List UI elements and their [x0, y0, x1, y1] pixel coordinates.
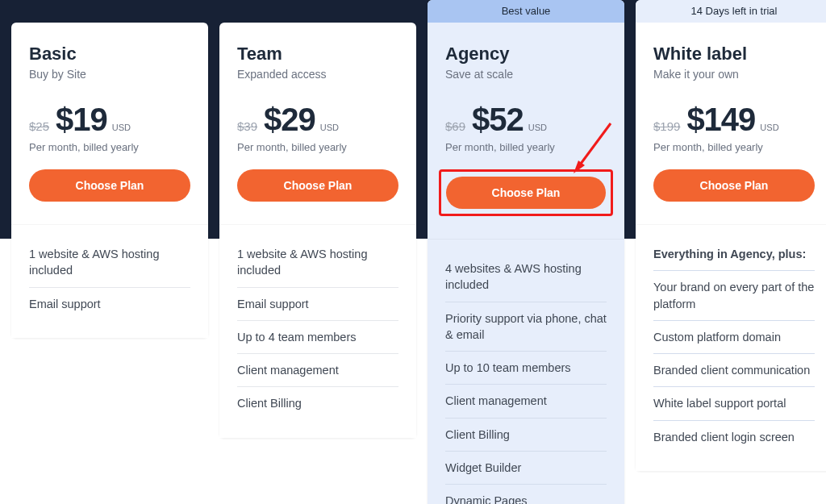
old-price: $69: [445, 119, 465, 133]
plan-head: Basic Buy by Site $25 $19 USD Per month,…: [11, 23, 208, 225]
list-item: 4 websites & AWS hosting included: [445, 252, 607, 302]
list-item: White label support portal: [653, 387, 815, 420]
plan-head: Team Expanded access $39 $29 USD Per mon…: [219, 23, 416, 225]
currency: USD: [528, 123, 547, 132]
feature-list: Everything in Agency, plus: Your brand o…: [636, 225, 826, 471]
list-item: 1 website & AWS hosting included: [29, 238, 190, 288]
choose-plan-button[interactable]: Choose Plan: [446, 177, 606, 209]
price-row: $199 $149 USD: [653, 102, 815, 138]
billing-cycle: Per month, billed yearly: [29, 141, 190, 153]
price: $19: [56, 102, 107, 138]
old-price: $39: [237, 119, 257, 133]
cta-wrap: Choose Plan: [29, 169, 190, 202]
price: $149: [686, 102, 755, 138]
price: $52: [472, 102, 524, 138]
plan-title: Basic: [29, 44, 190, 65]
feature-heading: Everything in Agency, plus:: [653, 238, 815, 271]
billing-cycle: Per month, billed yearly: [653, 141, 815, 153]
feature-list: 1 website & AWS hosting included Email s…: [219, 225, 416, 438]
plan-tagline: Save at scale: [445, 68, 607, 81]
plan-card-agency: Best value Agency Save at scale $69 $52 …: [428, 0, 624, 504]
list-item: Branded client communication: [653, 354, 815, 387]
currency: USD: [760, 123, 778, 132]
old-price: $25: [29, 119, 49, 133]
plan-title: Team: [237, 44, 398, 65]
list-item: Email support: [29, 288, 190, 320]
plan-title: Agency: [445, 44, 607, 65]
list-item: 1 website & AWS hosting included: [237, 238, 398, 288]
currency: USD: [320, 123, 339, 132]
list-item: Custom platform domain: [653, 321, 815, 354]
list-item: Client Billing: [445, 419, 607, 452]
trial-badge: 14 Days left in trial: [636, 0, 826, 23]
choose-plan-button[interactable]: Choose Plan: [237, 169, 398, 202]
plan-card-white-label: 14 Days left in trial White label Make i…: [636, 0, 826, 471]
pricing-plans-row: Basic Buy by Site $25 $19 USD Per month,…: [0, 23, 826, 504]
feature-list: 4 websites & AWS hosting included Priori…: [428, 240, 624, 504]
billing-cycle: Per month, billed yearly: [237, 141, 398, 153]
plan-card-basic: Basic Buy by Site $25 $19 USD Per month,…: [11, 23, 208, 338]
choose-plan-button[interactable]: Choose Plan: [29, 169, 190, 202]
list-item: Client Billing: [237, 387, 398, 419]
list-item: Priority support via phone, chat & email: [445, 302, 607, 352]
cta-wrap-highlighted: Choose Plan: [439, 169, 613, 216]
plan-head: White label Make it your own $199 $149 U…: [636, 23, 826, 225]
list-item: Dynamic Pages: [445, 485, 607, 504]
list-item: Email support: [237, 288, 398, 321]
plan-tagline: Buy by Site: [29, 68, 190, 81]
list-item: Branded client login screen: [653, 421, 815, 453]
plan-card-team: Team Expanded access $39 $29 USD Per mon…: [219, 23, 416, 438]
plan-title: White label: [653, 44, 815, 65]
price-row: $25 $19 USD: [29, 102, 190, 138]
list-item: Client management: [237, 354, 398, 387]
best-value-badge: Best value: [428, 0, 624, 23]
svg-marker-1: [574, 160, 585, 173]
price-row: $39 $29 USD: [237, 102, 398, 138]
price: $29: [264, 102, 315, 138]
list-item: Widget Builder: [445, 452, 607, 485]
plan-tagline: Make it your own: [653, 68, 815, 81]
cta-wrap: Choose Plan: [237, 169, 398, 202]
list-item: Your brand on every part of the platform: [653, 271, 815, 321]
list-item: Up to 10 team members: [445, 352, 607, 385]
feature-list: 1 website & AWS hosting included Email s…: [11, 225, 208, 338]
choose-plan-button[interactable]: Choose Plan: [653, 169, 815, 202]
plan-head: Agency Save at scale $69 $52 USD Per mon…: [428, 23, 624, 240]
list-item: Up to 4 team members: [237, 321, 398, 354]
plan-tagline: Expanded access: [237, 68, 398, 81]
price-row: $69 $52 USD: [445, 102, 607, 138]
billing-cycle: Per month, billed yearly: [445, 141, 607, 153]
list-item: Client management: [445, 385, 607, 418]
old-price: $199: [653, 119, 680, 133]
currency: USD: [112, 123, 131, 132]
cta-wrap: Choose Plan: [653, 169, 815, 202]
